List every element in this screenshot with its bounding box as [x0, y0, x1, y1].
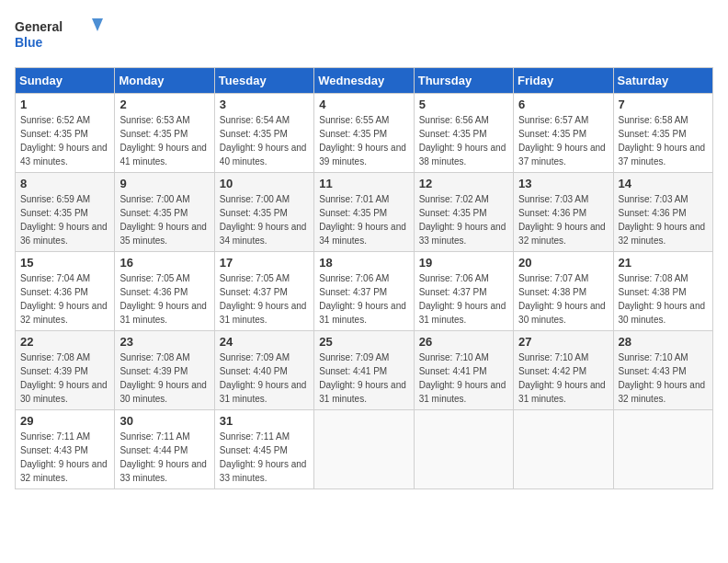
day-number: 2 — [119, 98, 209, 111]
calendar-week-row: 1Sunrise: 6:52 AMSunset: 4:35 PMDaylight… — [16, 94, 713, 173]
logo-blue: Blue — [15, 35, 43, 50]
calendar-day-cell: 13Sunrise: 7:03 AMSunset: 4:36 PMDayligh… — [514, 173, 613, 252]
weekday-header-cell: Sunday — [16, 68, 115, 94]
weekday-header-cell: Friday — [514, 68, 613, 94]
calendar-day-cell: 7Sunrise: 6:58 AMSunset: 4:35 PMDaylight… — [613, 94, 712, 173]
day-info: Sunrise: 7:11 AMSunset: 4:45 PMDaylight:… — [220, 430, 309, 485]
day-number: 15 — [20, 256, 109, 270]
day-info: Sunrise: 7:08 AMSunset: 4:38 PMDaylight:… — [619, 271, 708, 327]
calendar-day-cell: 30Sunrise: 7:11 AMSunset: 4:44 PMDayligh… — [115, 410, 214, 489]
day-info: Sunrise: 6:53 AMSunset: 4:35 PMDaylight:… — [119, 113, 209, 168]
day-number: 7 — [619, 98, 708, 111]
day-number: 31 — [220, 414, 309, 428]
calendar-day-cell: 4Sunrise: 6:55 AMSunset: 4:35 PMDaylight… — [314, 94, 414, 173]
calendar-day-cell: 21Sunrise: 7:08 AMSunset: 4:38 PMDayligh… — [613, 252, 712, 331]
day-number: 14 — [619, 177, 708, 190]
day-number: 8 — [20, 177, 109, 190]
day-info: Sunrise: 6:59 AMSunset: 4:35 PMDaylight:… — [20, 192, 109, 247]
calendar-day-cell: 16Sunrise: 7:05 AMSunset: 4:36 PMDayligh… — [115, 252, 214, 331]
calendar-table: SundayMondayTuesdayWednesdayThursdayFrid… — [15, 67, 713, 489]
calendar-day-cell: 24Sunrise: 7:09 AMSunset: 4:40 PMDayligh… — [214, 331, 313, 410]
weekday-header-cell: Monday — [115, 68, 214, 94]
calendar-day-cell: 15Sunrise: 7:04 AMSunset: 4:36 PMDayligh… — [16, 252, 115, 331]
calendar-day-cell: 31Sunrise: 7:11 AMSunset: 4:45 PMDayligh… — [214, 410, 313, 489]
day-info: Sunrise: 7:06 AMSunset: 4:37 PMDaylight:… — [419, 271, 508, 327]
calendar-day-cell: 23Sunrise: 7:08 AMSunset: 4:39 PMDayligh… — [115, 331, 214, 410]
calendar-day-cell — [613, 410, 712, 489]
day-info: Sunrise: 6:56 AMSunset: 4:35 PMDaylight:… — [419, 113, 508, 168]
logo-general: General — [15, 19, 63, 34]
calendar-day-cell: 9Sunrise: 7:00 AMSunset: 4:35 PMDaylight… — [115, 173, 214, 252]
calendar-day-cell: 26Sunrise: 7:10 AMSunset: 4:41 PMDayligh… — [414, 331, 513, 410]
day-number: 18 — [319, 256, 408, 270]
calendar-day-cell: 25Sunrise: 7:09 AMSunset: 4:41 PMDayligh… — [314, 331, 414, 410]
day-number: 19 — [419, 256, 508, 270]
day-info: Sunrise: 6:55 AMSunset: 4:35 PMDaylight:… — [319, 113, 408, 168]
page-header: General Blue — [15, 15, 713, 56]
day-number: 22 — [20, 335, 109, 349]
calendar-week-row: 22Sunrise: 7:08 AMSunset: 4:39 PMDayligh… — [16, 331, 713, 410]
day-info: Sunrise: 7:08 AMSunset: 4:39 PMDaylight:… — [119, 350, 209, 406]
day-info: Sunrise: 7:00 AMSunset: 4:35 PMDaylight:… — [119, 192, 209, 247]
day-info: Sunrise: 7:10 AMSunset: 4:43 PMDaylight:… — [619, 350, 708, 406]
calendar-day-cell: 14Sunrise: 7:03 AMSunset: 4:36 PMDayligh… — [613, 173, 712, 252]
day-number: 24 — [220, 335, 309, 349]
calendar-day-cell: 28Sunrise: 7:10 AMSunset: 4:43 PMDayligh… — [613, 331, 712, 410]
weekday-header-cell: Saturday — [613, 68, 712, 94]
day-info: Sunrise: 7:09 AMSunset: 4:41 PMDaylight:… — [319, 350, 408, 406]
day-info: Sunrise: 7:08 AMSunset: 4:39 PMDaylight:… — [20, 350, 109, 406]
day-info: Sunrise: 7:04 AMSunset: 4:36 PMDaylight:… — [20, 271, 109, 327]
day-info: Sunrise: 7:09 AMSunset: 4:40 PMDaylight:… — [220, 350, 309, 406]
calendar-day-cell: 5Sunrise: 6:56 AMSunset: 4:35 PMDaylight… — [414, 94, 513, 173]
calendar-day-cell — [514, 410, 613, 489]
weekday-header-cell: Thursday — [414, 68, 513, 94]
day-number: 21 — [619, 256, 708, 270]
weekday-header-cell: Wednesday — [314, 68, 414, 94]
day-info: Sunrise: 7:10 AMSunset: 4:41 PMDaylight:… — [419, 350, 508, 406]
day-number: 12 — [419, 177, 508, 190]
day-number: 13 — [518, 177, 608, 190]
calendar-day-cell: 6Sunrise: 6:57 AMSunset: 4:35 PMDaylight… — [514, 94, 613, 173]
logo: General Blue — [15, 15, 107, 56]
calendar-day-cell: 18Sunrise: 7:06 AMSunset: 4:37 PMDayligh… — [314, 252, 414, 331]
day-info: Sunrise: 7:06 AMSunset: 4:37 PMDaylight:… — [319, 271, 408, 327]
calendar-day-cell: 27Sunrise: 7:10 AMSunset: 4:42 PMDayligh… — [514, 331, 613, 410]
calendar-day-cell: 17Sunrise: 7:05 AMSunset: 4:37 PMDayligh… — [214, 252, 313, 331]
calendar-day-cell: 3Sunrise: 6:54 AMSunset: 4:35 PMDaylight… — [214, 94, 313, 173]
calendar-week-row: 15Sunrise: 7:04 AMSunset: 4:36 PMDayligh… — [16, 252, 713, 331]
calendar-week-row: 8Sunrise: 6:59 AMSunset: 4:35 PMDaylight… — [16, 173, 713, 252]
day-info: Sunrise: 7:05 AMSunset: 4:36 PMDaylight:… — [119, 271, 209, 327]
day-number: 30 — [119, 414, 209, 428]
day-number: 23 — [119, 335, 209, 349]
day-info: Sunrise: 6:58 AMSunset: 4:35 PMDaylight:… — [619, 113, 708, 168]
calendar-day-cell: 10Sunrise: 7:00 AMSunset: 4:35 PMDayligh… — [214, 173, 313, 252]
calendar-day-cell: 22Sunrise: 7:08 AMSunset: 4:39 PMDayligh… — [16, 331, 115, 410]
day-number: 6 — [518, 98, 608, 111]
day-number: 26 — [419, 335, 508, 349]
day-number: 17 — [220, 256, 309, 270]
calendar-body: 1Sunrise: 6:52 AMSunset: 4:35 PMDaylight… — [16, 94, 713, 489]
day-info: Sunrise: 6:57 AMSunset: 4:35 PMDaylight:… — [518, 113, 608, 168]
day-info: Sunrise: 7:00 AMSunset: 4:35 PMDaylight:… — [220, 192, 309, 247]
calendar-day-cell: 20Sunrise: 7:07 AMSunset: 4:38 PMDayligh… — [514, 252, 613, 331]
day-number: 9 — [119, 177, 209, 190]
day-number: 20 — [518, 256, 608, 270]
day-number: 3 — [220, 98, 309, 111]
day-info: Sunrise: 6:52 AMSunset: 4:35 PMDaylight:… — [20, 113, 109, 168]
day-number: 28 — [619, 335, 708, 349]
calendar-day-cell — [414, 410, 513, 489]
day-number: 25 — [319, 335, 408, 349]
day-info: Sunrise: 7:02 AMSunset: 4:35 PMDaylight:… — [419, 192, 508, 247]
day-number: 4 — [319, 98, 408, 111]
logo-arrow-light — [92, 18, 103, 31]
calendar-day-cell: 8Sunrise: 6:59 AMSunset: 4:35 PMDaylight… — [16, 173, 115, 252]
calendar-day-cell: 19Sunrise: 7:06 AMSunset: 4:37 PMDayligh… — [414, 252, 513, 331]
day-number: 5 — [419, 98, 508, 111]
day-info: Sunrise: 7:07 AMSunset: 4:38 PMDaylight:… — [518, 271, 608, 327]
day-number: 27 — [518, 335, 608, 349]
calendar-day-cell: 29Sunrise: 7:11 AMSunset: 4:43 PMDayligh… — [16, 410, 115, 489]
day-info: Sunrise: 7:10 AMSunset: 4:42 PMDaylight:… — [518, 350, 608, 406]
calendar-day-cell: 2Sunrise: 6:53 AMSunset: 4:35 PMDaylight… — [115, 94, 214, 173]
calendar-week-row: 29Sunrise: 7:11 AMSunset: 4:43 PMDayligh… — [16, 410, 713, 489]
calendar-day-cell — [314, 410, 414, 489]
